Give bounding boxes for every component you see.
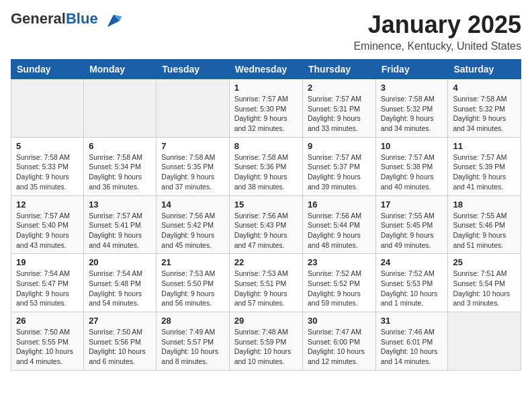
day-info: Sunrise: 7:58 AM Sunset: 5:34 PM Dayligh… xyxy=(89,152,151,192)
day-info: Sunrise: 7:53 AM Sunset: 5:50 PM Dayligh… xyxy=(161,269,224,308)
day-number: 16 xyxy=(308,199,371,210)
calendar-day-cell xyxy=(84,79,157,138)
day-number: 15 xyxy=(234,199,298,210)
day-info: Sunrise: 7:57 AM Sunset: 5:30 PM Dayligh… xyxy=(234,94,298,134)
day-info: Sunrise: 7:54 AM Sunset: 5:47 PM Dayligh… xyxy=(16,269,79,308)
calendar-day-cell: 25Sunrise: 7:51 AM Sunset: 5:54 PM Dayli… xyxy=(448,254,521,312)
calendar-week-row: 12Sunrise: 7:57 AM Sunset: 5:40 PM Dayli… xyxy=(11,195,521,254)
calendar-day-cell: 11Sunrise: 7:57 AM Sunset: 5:39 PM Dayli… xyxy=(448,137,521,195)
day-info: Sunrise: 7:46 AM Sunset: 6:01 PM Dayligh… xyxy=(381,327,443,367)
day-info: Sunrise: 7:57 AM Sunset: 5:31 PM Dayligh… xyxy=(308,94,371,134)
day-number: 25 xyxy=(453,257,516,267)
calendar-day-header: Wednesday xyxy=(229,60,302,79)
day-info: Sunrise: 7:52 AM Sunset: 5:53 PM Dayligh… xyxy=(381,269,443,308)
calendar-day-cell: 28Sunrise: 7:49 AM Sunset: 5:57 PM Dayli… xyxy=(157,312,229,371)
logo-icon xyxy=(104,11,123,30)
calendar-day-cell: 14Sunrise: 7:56 AM Sunset: 5:42 PM Dayli… xyxy=(157,195,229,254)
logo-general-text: General xyxy=(11,10,66,27)
day-number: 17 xyxy=(381,199,443,210)
calendar-day-cell: 8Sunrise: 7:58 AM Sunset: 5:36 PM Daylig… xyxy=(229,137,302,195)
day-info: Sunrise: 7:58 AM Sunset: 5:33 PM Dayligh… xyxy=(16,152,79,192)
day-number: 30 xyxy=(308,316,371,326)
day-number: 19 xyxy=(16,257,79,267)
day-number: 22 xyxy=(234,257,298,267)
day-number: 6 xyxy=(89,141,151,151)
calendar-day-header: Thursday xyxy=(303,60,376,79)
day-number: 2 xyxy=(308,83,371,93)
calendar-day-cell: 10Sunrise: 7:57 AM Sunset: 5:38 PM Dayli… xyxy=(375,137,448,195)
calendar-day-header: Monday xyxy=(84,60,157,79)
day-number: 9 xyxy=(308,141,371,151)
day-number: 29 xyxy=(234,316,298,326)
day-number: 31 xyxy=(381,316,443,326)
day-number: 27 xyxy=(89,316,151,326)
day-info: Sunrise: 7:52 AM Sunset: 5:52 PM Dayligh… xyxy=(308,269,371,308)
calendar-day-cell: 13Sunrise: 7:57 AM Sunset: 5:41 PM Dayli… xyxy=(84,195,157,254)
calendar-day-cell xyxy=(11,79,84,138)
day-info: Sunrise: 7:57 AM Sunset: 5:39 PM Dayligh… xyxy=(453,152,516,192)
day-info: Sunrise: 7:56 AM Sunset: 5:42 PM Dayligh… xyxy=(161,211,224,250)
calendar-day-cell: 1Sunrise: 7:57 AM Sunset: 5:30 PM Daylig… xyxy=(229,79,302,138)
day-number: 10 xyxy=(381,141,443,151)
day-number: 18 xyxy=(453,199,516,210)
calendar-day-cell: 3Sunrise: 7:58 AM Sunset: 5:32 PM Daylig… xyxy=(375,79,448,138)
calendar-day-cell: 20Sunrise: 7:54 AM Sunset: 5:48 PM Dayli… xyxy=(84,254,157,312)
day-number: 23 xyxy=(308,257,371,267)
calendar-header-row: SundayMondayTuesdayWednesdayThursdayFrid… xyxy=(11,60,521,79)
calendar-day-cell: 17Sunrise: 7:55 AM Sunset: 5:45 PM Dayli… xyxy=(375,195,448,254)
day-number: 3 xyxy=(381,83,443,93)
day-info: Sunrise: 7:49 AM Sunset: 5:57 PM Dayligh… xyxy=(161,327,224,367)
day-number: 24 xyxy=(381,257,443,267)
calendar-day-cell: 22Sunrise: 7:53 AM Sunset: 5:51 PM Dayli… xyxy=(229,254,302,312)
calendar-day-cell: 15Sunrise: 7:56 AM Sunset: 5:43 PM Dayli… xyxy=(229,195,302,254)
day-info: Sunrise: 7:50 AM Sunset: 5:55 PM Dayligh… xyxy=(16,327,79,367)
day-number: 12 xyxy=(16,199,79,210)
day-info: Sunrise: 7:58 AM Sunset: 5:35 PM Dayligh… xyxy=(161,152,224,192)
calendar-day-cell: 26Sunrise: 7:50 AM Sunset: 5:55 PM Dayli… xyxy=(11,312,84,371)
calendar-day-cell: 12Sunrise: 7:57 AM Sunset: 5:40 PM Dayli… xyxy=(11,195,84,254)
calendar-day-cell: 21Sunrise: 7:53 AM Sunset: 5:50 PM Dayli… xyxy=(157,254,229,312)
logo: GeneralBlue xyxy=(11,11,123,30)
calendar-week-row: 19Sunrise: 7:54 AM Sunset: 5:47 PM Dayli… xyxy=(11,254,521,312)
day-number: 8 xyxy=(234,141,298,151)
day-number: 20 xyxy=(89,257,151,267)
calendar-day-cell: 30Sunrise: 7:47 AM Sunset: 6:00 PM Dayli… xyxy=(303,312,376,371)
calendar-day-cell: 9Sunrise: 7:57 AM Sunset: 5:37 PM Daylig… xyxy=(303,137,376,195)
day-info: Sunrise: 7:57 AM Sunset: 5:37 PM Dayligh… xyxy=(308,152,371,192)
calendar-week-row: 1Sunrise: 7:57 AM Sunset: 5:30 PM Daylig… xyxy=(11,79,521,138)
day-number: 7 xyxy=(161,141,224,151)
calendar-day-cell xyxy=(157,79,229,138)
day-info: Sunrise: 7:48 AM Sunset: 5:59 PM Dayligh… xyxy=(234,327,298,367)
calendar-table: SundayMondayTuesdayWednesdayThursdayFrid… xyxy=(11,59,521,371)
calendar-day-cell xyxy=(448,312,521,371)
day-info: Sunrise: 7:57 AM Sunset: 5:41 PM Dayligh… xyxy=(89,211,151,250)
day-info: Sunrise: 7:47 AM Sunset: 6:00 PM Dayligh… xyxy=(308,327,371,367)
calendar-day-cell: 2Sunrise: 7:57 AM Sunset: 5:31 PM Daylig… xyxy=(303,79,376,138)
day-info: Sunrise: 7:56 AM Sunset: 5:43 PM Dayligh… xyxy=(234,211,298,250)
day-info: Sunrise: 7:53 AM Sunset: 5:51 PM Dayligh… xyxy=(234,269,298,308)
day-number: 11 xyxy=(453,141,516,151)
calendar-day-cell: 7Sunrise: 7:58 AM Sunset: 5:35 PM Daylig… xyxy=(157,137,229,195)
calendar-day-header: Tuesday xyxy=(157,60,229,79)
location-subtitle: Eminence, Kentucky, United States xyxy=(353,40,521,52)
day-number: 28 xyxy=(161,316,224,326)
title-block: January 2025 Eminence, Kentucky, United … xyxy=(353,11,521,52)
page-header: GeneralBlue January 2025 Eminence, Kentu… xyxy=(11,11,521,52)
calendar-day-cell: 18Sunrise: 7:55 AM Sunset: 5:46 PM Dayli… xyxy=(448,195,521,254)
day-number: 26 xyxy=(16,316,79,326)
calendar-day-cell: 29Sunrise: 7:48 AM Sunset: 5:59 PM Dayli… xyxy=(229,312,302,371)
calendar-day-cell: 6Sunrise: 7:58 AM Sunset: 5:34 PM Daylig… xyxy=(84,137,157,195)
day-number: 14 xyxy=(161,199,224,210)
month-title: January 2025 xyxy=(353,11,521,39)
calendar-day-header: Friday xyxy=(375,60,448,79)
day-info: Sunrise: 7:57 AM Sunset: 5:38 PM Dayligh… xyxy=(381,152,443,192)
day-info: Sunrise: 7:51 AM Sunset: 5:54 PM Dayligh… xyxy=(453,269,516,308)
calendar-day-cell: 19Sunrise: 7:54 AM Sunset: 5:47 PM Dayli… xyxy=(11,254,84,312)
logo-blue-text: Blue xyxy=(66,10,98,27)
day-info: Sunrise: 7:56 AM Sunset: 5:44 PM Dayligh… xyxy=(308,211,371,250)
calendar-day-cell: 5Sunrise: 7:58 AM Sunset: 5:33 PM Daylig… xyxy=(11,137,84,195)
day-info: Sunrise: 7:57 AM Sunset: 5:40 PM Dayligh… xyxy=(16,211,79,250)
calendar-day-cell: 24Sunrise: 7:52 AM Sunset: 5:53 PM Dayli… xyxy=(375,254,448,312)
day-number: 4 xyxy=(453,83,516,93)
day-info: Sunrise: 7:58 AM Sunset: 5:32 PM Dayligh… xyxy=(381,94,443,134)
